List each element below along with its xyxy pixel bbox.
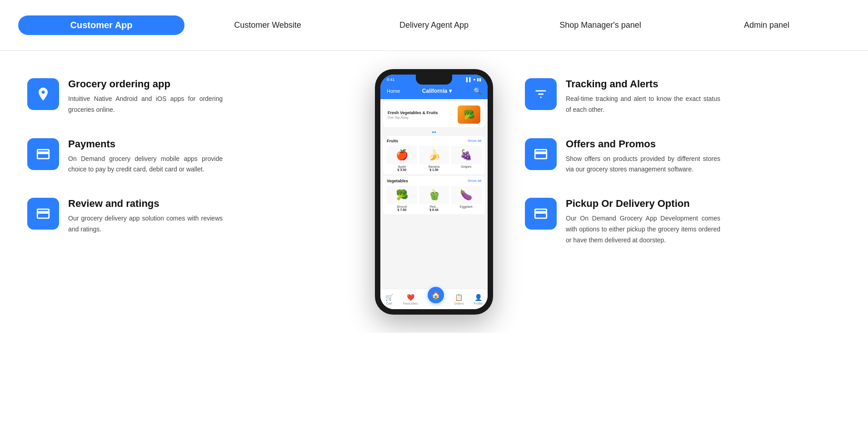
phone-mockup-container: 9:41 ▌▌ ● ▮▮ Home California ▾ 🔍 Fresh V… [370, 69, 498, 315]
review-ratings-desc: Our grocery delivery app solution comes … [68, 213, 223, 235]
phone-apple-name: Apple [387, 165, 417, 168]
phone-fruits-title: Fruits [387, 139, 398, 143]
phone-nav-favourites[interactable]: ❤️ Favourites [403, 294, 418, 305]
offers-promos-icon-box [525, 138, 557, 170]
phone-nav-orders[interactable]: 📋 Orders [454, 294, 464, 305]
orders-label: Orders [454, 302, 464, 305]
offers-promos-text: Offers and Promos Show offers on product… [566, 138, 720, 175]
phone-time: 9:41 [387, 77, 395, 82]
tracking-icon [533, 86, 549, 102]
tracking-alerts-text: Tracking and Alerts Real-time tracking a… [566, 78, 720, 115]
phone-body: Fresh Vegetables & Fruits One Tap-Away 🥦… [380, 99, 488, 289]
phone-banner-title: Fresh Vegetables & Fruits [388, 110, 438, 116]
grocery-ordering-title: Grocery ordering app [68, 78, 223, 90]
phone-vegetables-products: 🥦 Brocoli $ 7.50 🫑 Red... $ 6.44 🍆 [387, 186, 481, 211]
phone-banner: Fresh Vegetables & Fruits One Tap-Away 🥦 [383, 102, 485, 127]
feature-pickup-delivery: Pickup Or Delivery Option Our On Demand … [525, 198, 841, 246]
offers-promos-desc: Show offers on products provided by diff… [566, 154, 720, 175]
phone-product-broccoli: 🥦 Brocoli $ 7.50 [387, 186, 417, 211]
feature-review-ratings: Review and ratings Our grocery delivery … [27, 198, 343, 235]
phone-vegetables-show-all[interactable]: Show all [468, 179, 481, 183]
features-right: Tracking and Alerts Real-time tracking a… [525, 69, 841, 246]
cart-label: Cart [386, 302, 392, 305]
phone-banana-price: $ 1.50 [419, 168, 449, 171]
offers-promos-title: Offers and Promos [566, 138, 720, 150]
favourites-icon: ❤️ [407, 294, 414, 301]
phone-fruits-show-all[interactable]: Show all [468, 139, 481, 143]
orders-icon: 📋 [455, 294, 463, 301]
pickup-delivery-title: Pickup Or Delivery Option [566, 198, 720, 210]
grocery-ordering-icon-box [27, 78, 59, 110]
phone-apple-img: 🍎 [387, 146, 417, 164]
tab-delivery-agent-app[interactable]: Delivery Agent App [351, 16, 517, 35]
features-left: Grocery ordering app Intuitive Native An… [27, 69, 343, 235]
phone-eggplant-name: Eggplant [451, 205, 481, 208]
phone-vegetables-section: Vegetables Show all 🥦 Brocoli $ 7.50 🫑 [383, 176, 485, 214]
home-circle-icon: 🏠 [428, 287, 444, 303]
phone-product-eggplant: 🍆 Eggplant [451, 186, 481, 211]
payments-title: Payments [68, 138, 223, 150]
review-ratings-text: Review and ratings Our grocery delivery … [68, 198, 223, 235]
phone-pepper-price: $ 6.44 [419, 208, 449, 211]
grocery-ordering-desc: Intuitive Native Android and iOS apps fo… [68, 94, 223, 115]
phone-banana-img: 🍌 [419, 146, 449, 164]
phone-pepper-img: 🫑 [419, 186, 449, 204]
pickup-icon [533, 206, 549, 221]
phone-product-pepper: 🫑 Red... $ 6.44 [419, 186, 449, 211]
location-pin-icon [35, 86, 51, 102]
payments-text: Payments On Demand grocery delivery mobi… [68, 138, 223, 175]
tracking-alerts-icon-box [525, 78, 557, 110]
phone-nav-profile[interactable]: 👤 Profile [474, 294, 483, 305]
profile-icon: 👤 [474, 294, 482, 301]
phone-product-grapes: 🍇 Grapes [451, 146, 481, 171]
phone-banner-sub: One Tap-Away [388, 116, 438, 119]
profile-label: Profile [474, 302, 483, 305]
review-ratings-icon-box [27, 198, 59, 230]
phone-notch [416, 75, 452, 85]
feature-tracking-alerts: Tracking and Alerts Real-time tracking a… [525, 78, 841, 115]
tab-shop-managers-panel[interactable]: Shop Manager's panel [517, 16, 683, 35]
payments-icon-box [27, 138, 59, 170]
pickup-delivery-text: Pickup Or Delivery Option Our On Demand … [566, 198, 720, 246]
tab-admin-panel[interactable]: Admin panel [683, 16, 850, 35]
phone-fruits-section: Fruits Show all 🍎 Apple $ 3.50 🍌 [383, 136, 485, 174]
phone-broccoli-name: Brocoli [387, 205, 417, 208]
phone-fruits-products: 🍎 Apple $ 3.50 🍌 Banana $ 1.50 🍇 [387, 146, 481, 171]
offers-icon [533, 146, 549, 162]
phone-broccoli-price: $ 7.50 [387, 208, 417, 211]
phone-pepper-name: Red... [419, 205, 449, 208]
feature-offers-promos: Offers and Promos Show offers on product… [525, 138, 841, 175]
grocery-ordering-text: Grocery ordering app Intuitive Native An… [68, 78, 223, 115]
feature-grocery-ordering: Grocery ordering app Intuitive Native An… [27, 78, 343, 115]
tracking-alerts-title: Tracking and Alerts [566, 78, 720, 90]
phone-header: Home California ▾ 🔍 [380, 85, 488, 99]
phone-grapes-img: 🍇 [451, 146, 481, 164]
phone-banner-image: 🥦 [458, 105, 480, 124]
phone-nav-home[interactable]: 🏠 [428, 295, 444, 303]
main-content: Grocery ordering app Intuitive Native An… [0, 51, 868, 333]
phone-eggplant-img: 🍆 [451, 186, 481, 204]
payment-card-icon [35, 146, 51, 162]
phone-fruits-header: Fruits Show all [387, 139, 481, 143]
phone-signal: ▌▌ ● ▮▮ [466, 77, 481, 82]
phone-product-apple: 🍎 Apple $ 3.50 [387, 146, 417, 171]
tab-customer-app[interactable]: Customer App [18, 15, 185, 35]
phone-location: California ▾ [422, 88, 452, 94]
tab-customer-website[interactable]: Customer Website [185, 16, 351, 35]
phone-nav-cart[interactable]: 🛒 Cart [385, 294, 393, 305]
cart-icon: 🛒 [385, 294, 393, 301]
phone-banner-dots: ●● [380, 130, 488, 134]
phone-vegetables-title: Vegetables [387, 179, 408, 183]
phone-mockup: 9:41 ▌▌ ● ▮▮ Home California ▾ 🔍 Fresh V… [375, 69, 493, 315]
phone-search-icon: 🔍 [474, 87, 481, 95]
review-card-icon [35, 206, 51, 221]
review-ratings-title: Review and ratings [68, 198, 223, 210]
tracking-alerts-desc: Real-time tracking and alert to know the… [566, 94, 720, 115]
phone-product-banana: 🍌 Banana $ 1.50 [419, 146, 449, 171]
phone-screen: 9:41 ▌▌ ● ▮▮ Home California ▾ 🔍 Fresh V… [380, 75, 488, 309]
phone-bottom-nav: 🛒 Cart ❤️ Favourites 🏠 📋 Orders [380, 289, 488, 309]
phone-broccoli-img: 🥦 [387, 186, 417, 204]
payments-desc: On Demand grocery delivery mobile apps p… [68, 154, 223, 175]
phone-home-label: Home [387, 88, 400, 94]
phone-vegetables-header: Vegetables Show all [387, 179, 481, 183]
